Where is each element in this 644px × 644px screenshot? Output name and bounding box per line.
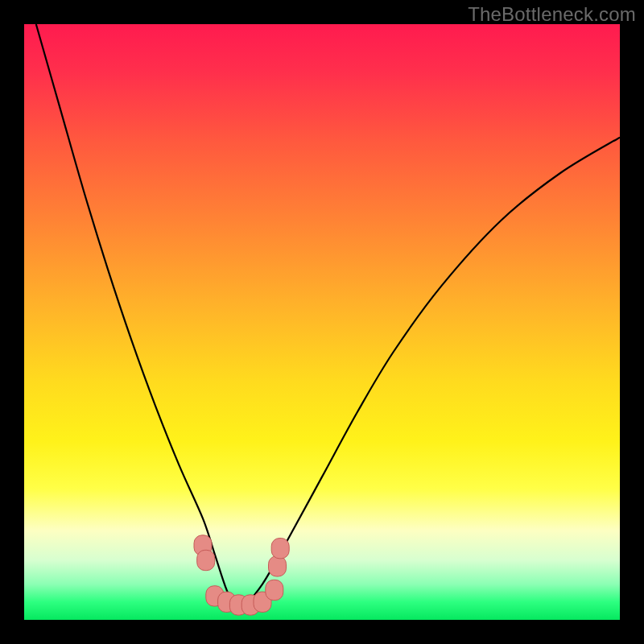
curve-right-branch — [238, 138, 620, 614]
data-marker — [197, 550, 215, 570]
bottom-marker-cluster — [194, 535, 289, 615]
plot-area — [24, 24, 620, 620]
data-marker — [271, 539, 289, 559]
chart-frame: TheBottleneck.com — [0, 0, 644, 644]
data-marker — [266, 580, 283, 600]
chart-svg — [24, 24, 620, 620]
watermark-text: TheBottleneck.com — [468, 3, 636, 26]
curve-right-path — [238, 138, 620, 614]
curve-left-path — [36, 24, 239, 614]
curve-left-branch — [36, 24, 239, 614]
data-marker — [269, 556, 287, 576]
